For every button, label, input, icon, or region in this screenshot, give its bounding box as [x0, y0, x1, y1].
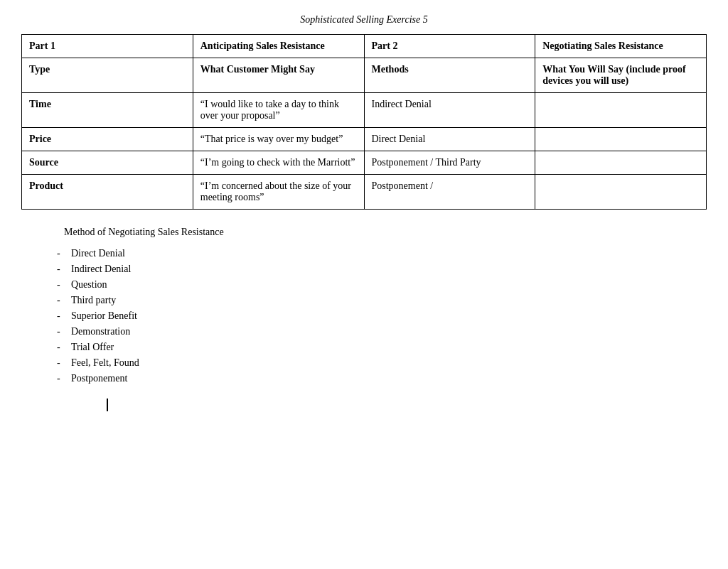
cell-customer-product: “I’m concerned about the size of your me… [193, 175, 364, 210]
header-what-customer: What Customer Might Say [193, 58, 364, 93]
cell-method-product: Postponement / [364, 175, 535, 210]
methods-list-item: Demonstration [64, 326, 707, 337]
cell-type-product: Product [22, 175, 193, 210]
methods-list-item: Feel, Felt, Found [64, 357, 707, 369]
methods-list-item: Question [64, 279, 707, 291]
header-what-you-say: What You Will Say (include proof devices… [535, 58, 707, 93]
header-part2: Part 2 [364, 35, 535, 58]
cell-yousay-time [535, 93, 707, 128]
methods-list-item: Postponement [64, 373, 707, 384]
methods-list-item: Trial Offer [64, 342, 707, 353]
methods-list-item: Indirect Denial [64, 264, 707, 275]
cell-type-source: Source [22, 151, 193, 175]
cell-method-price: Direct Denial [364, 128, 535, 151]
methods-list-item: Third party [64, 295, 707, 306]
cell-type-time: Time [22, 93, 193, 128]
cell-customer-time: “I would like to take a day to think ove… [193, 93, 364, 128]
methods-section: Method of Negotiating Sales Resistance D… [21, 227, 707, 411]
header-negotiating: Negotiating Sales Resistance [535, 35, 707, 58]
methods-list-item: Direct Denial [64, 248, 707, 259]
cell-type-price: Price [22, 128, 193, 151]
header-methods: Methods [364, 58, 535, 93]
header-anticipating: Anticipating Sales Resistance [193, 35, 364, 58]
header-row-1: Part 1 Anticipating Sales Resistance Par… [22, 35, 707, 58]
header-type: Type [22, 58, 193, 93]
cell-yousay-price [535, 128, 707, 151]
methods-title: Method of Negotiating Sales Resistance [64, 227, 707, 238]
cursor-line [107, 399, 707, 411]
page-title: Sophisticated Selling Exercise 5 [21, 14, 707, 26]
table-row-price: Price “That price is way over my budget”… [22, 128, 707, 151]
table-row-source: Source “I’m going to check with the Marr… [22, 151, 707, 175]
methods-list: Direct DenialIndirect DenialQuestionThir… [64, 248, 707, 384]
header-row-2: Type What Customer Might Say Methods Wha… [22, 58, 707, 93]
methods-list-item: Superior Benefit [64, 310, 707, 322]
header-part1: Part 1 [22, 35, 193, 58]
cell-customer-source: “I’m going to check with the Marriott” [193, 151, 364, 175]
cell-yousay-product [535, 175, 707, 210]
table-row-product: Product “I’m concerned about the size of… [22, 175, 707, 210]
cell-method-source: Postponement / Third Party [364, 151, 535, 175]
cell-method-time: Indirect Denial [364, 93, 535, 128]
cell-customer-price: “That price is way over my budget” [193, 128, 364, 151]
cell-yousay-source [535, 151, 707, 175]
main-table: Part 1 Anticipating Sales Resistance Par… [21, 34, 707, 210]
table-row-time: Time “I would like to take a day to thin… [22, 93, 707, 128]
